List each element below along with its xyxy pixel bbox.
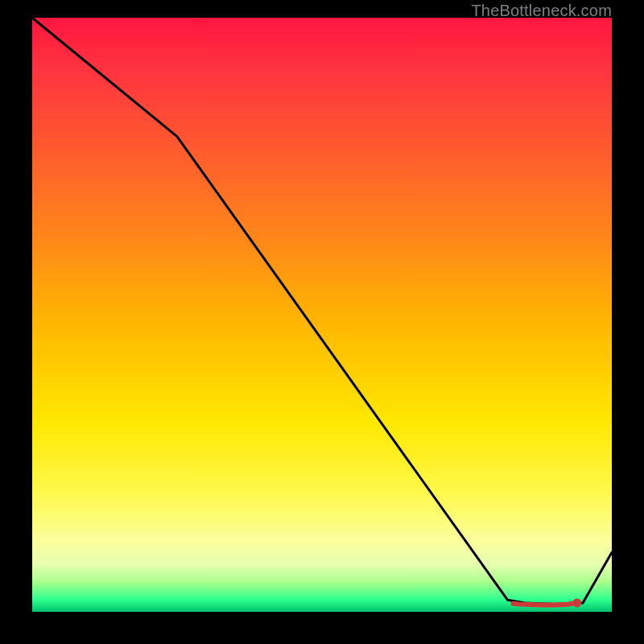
- chart-svg: [32, 18, 612, 612]
- plot-area: [32, 18, 612, 612]
- chart-frame: TheBottleneck.com: [0, 0, 644, 644]
- highlight-stroke: [514, 603, 577, 605]
- curve-line: [32, 18, 612, 604]
- highlight-end-dot: [572, 598, 581, 607]
- highlight-band: [514, 598, 582, 607]
